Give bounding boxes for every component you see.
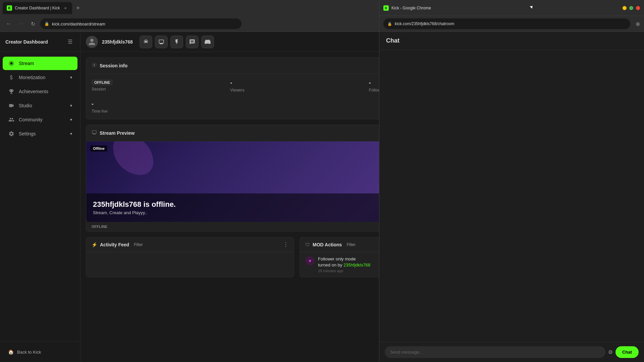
floating-chat-body — [379, 50, 644, 342]
floating-chat-titlebar: K Kick - Google Chrome — [379, 0, 644, 16]
achievements-icon — [8, 88, 15, 95]
header-actions — [140, 36, 214, 48]
username-text: 235hfjdkls768 — [102, 39, 133, 45]
mod-event-text-line2: turned on by — [318, 262, 343, 267]
sidebar-nav: Stream Monetization ▾ Achievements — [0, 52, 80, 342]
floating-chat-settings-button[interactable]: ⚙ — [608, 349, 613, 355]
mod-icon: 🛡 — [305, 242, 310, 247]
monetization-label: Monetization — [19, 75, 45, 80]
preview-icon — [92, 130, 97, 136]
back-to-kick-label: Back to Kick — [17, 350, 41, 355]
sidebar-title: Creator Dashboard — [5, 39, 48, 45]
kick-logo-icon: 🏠 — [8, 349, 14, 355]
floating-chat-window: K Kick - Google Chrome 🔒 kick.com/235hfj… — [379, 0, 644, 362]
session-stat: OFFLINE Session — [92, 79, 225, 93]
offline-badge: OFFLINE — [92, 79, 113, 85]
mod-event-username[interactable]: 235hfjdkls768 — [343, 262, 370, 267]
sidebar-item-stream[interactable]: Stream — [3, 57, 77, 70]
back-nav-button[interactable]: ← — [4, 19, 13, 28]
session-icon — [92, 62, 97, 69]
broadcast-button[interactable] — [140, 36, 152, 48]
floating-extensions-area: ⊕ — [636, 21, 640, 27]
tab-close-button[interactable]: ✕ — [63, 5, 68, 11]
session-info-title: Session info — [100, 63, 127, 68]
settings-label: Settings — [19, 131, 36, 136]
tab-title: Creator Dashboard | Kick — [15, 6, 60, 10]
studio-icon — [8, 102, 15, 109]
session-label: Session — [92, 87, 225, 92]
stream-label: Stream — [19, 61, 34, 66]
activity-feed-title: Activity Feed — [100, 242, 129, 247]
svg-point-2 — [94, 64, 95, 66]
sidebar-item-settings[interactable]: Settings ▾ — [3, 127, 77, 140]
activity-icon: ⚡ — [92, 242, 97, 247]
reload-button[interactable]: ↻ — [28, 19, 38, 28]
activity-feed-header: ⚡ Activity Feed Filter ⋮ — [86, 237, 294, 252]
floating-close-button[interactable] — [636, 6, 640, 10]
community-icon — [8, 116, 15, 123]
activity-feed-panel: ⚡ Activity Feed Filter ⋮ — [86, 237, 294, 277]
viewers-label: Viewers — [230, 88, 363, 93]
floating-minimize-button[interactable] — [623, 6, 627, 10]
sidebar: Creator Dashboard ☰ Stream Monetization — [0, 32, 80, 362]
screen-button[interactable] — [155, 36, 168, 48]
viewers-value: - — [230, 79, 363, 86]
floating-chat-title: Chat — [386, 37, 399, 44]
mod-actions-title: MOD Actions — [313, 242, 342, 247]
floating-lock-icon: 🔒 — [387, 22, 392, 26]
chat-bubble-button[interactable] — [186, 36, 199, 48]
floating-chat-send-button[interactable]: Chat — [615, 346, 639, 358]
flash-button[interactable] — [170, 36, 183, 48]
sidebar-collapse-button[interactable]: ☰ — [65, 37, 75, 47]
user-avatar — [86, 36, 98, 48]
mod-event-text-before: Follower only mode — [318, 256, 356, 261]
floating-chat-input[interactable]: Send message... — [385, 346, 605, 358]
mod-event-icon: ♥ — [305, 256, 315, 265]
community-label: Community — [19, 117, 43, 122]
offline-overlay-badge: Offline — [90, 145, 107, 152]
viewers-stat: - Viewers — [230, 79, 363, 93]
achievements-label: Achievements — [19, 89, 48, 94]
floating-tab-title: Kick - Google Chrome — [391, 6, 431, 10]
kick-favicon: K — [7, 5, 12, 11]
floating-window-controls — [623, 6, 640, 10]
settings-icon — [8, 130, 15, 137]
studio-chevron: ▾ — [70, 103, 72, 108]
floating-chat-header: Chat — [379, 32, 644, 50]
back-to-kick-button[interactable]: 🏠 Back to Kick — [3, 346, 77, 358]
new-tab-button[interactable]: + — [73, 3, 83, 13]
floating-kick-logo: K — [383, 5, 389, 11]
address-bar[interactable]: 🔒 kick.com/dashboard/stream — [40, 18, 241, 29]
ssl-lock-icon: 🔒 — [44, 21, 49, 26]
monetization-icon — [8, 74, 15, 81]
sidebar-item-achievements[interactable]: Achievements — [3, 85, 77, 98]
sidebar-item-monetization[interactable]: Monetization ▾ — [3, 71, 77, 84]
floating-addressbar: 🔒 kick.com/235hfjdkls768/chatroom ⊕ — [379, 16, 644, 32]
sidebar-header: Creator Dashboard ☰ — [0, 32, 80, 52]
sidebar-item-community[interactable]: Community ▾ — [3, 113, 77, 126]
studio-label: Studio — [19, 103, 32, 108]
activity-feed-more-button[interactable]: ⋮ — [283, 241, 288, 248]
community-chevron: ▾ — [70, 117, 72, 122]
sidebar-footer: 🏠 Back to Kick — [0, 342, 80, 362]
settings-chevron: ▾ — [70, 131, 72, 136]
floating-url-text[interactable]: 🔒 kick.com/235hfjdkls768/chatroom — [383, 18, 630, 29]
activity-filter-button[interactable]: Filter — [132, 242, 145, 248]
stream-icon — [8, 60, 15, 67]
stream-preview-title: Stream Preview — [100, 130, 135, 136]
floating-maximize-button[interactable] — [629, 6, 633, 10]
browser-tab[interactable]: K Creator Dashboard | Kick ✕ — [3, 2, 72, 14]
floating-chat-footer: Send message... ⚙ Chat — [379, 342, 644, 362]
url-text: kick.com/dashboard/stream — [52, 21, 105, 26]
forward-nav-button[interactable]: → — [16, 19, 25, 28]
discord-button[interactable] — [201, 36, 214, 48]
sidebar-item-studio[interactable]: Studio ▾ — [3, 99, 77, 112]
mod-filter-button[interactable]: Filter — [344, 242, 358, 248]
monetization-chevron: ▾ — [70, 75, 72, 80]
